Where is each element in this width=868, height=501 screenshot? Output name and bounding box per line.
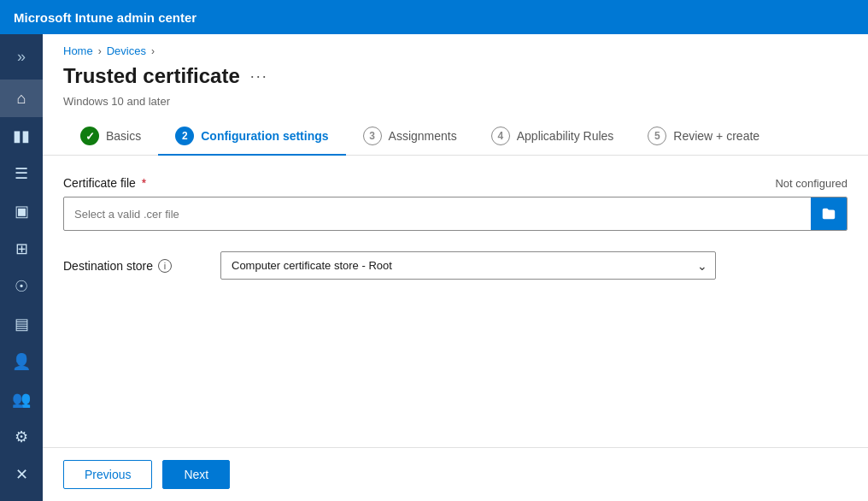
breadcrumb-devices[interactable]: Devices: [107, 44, 146, 57]
previous-button[interactable]: Previous: [63, 460, 152, 489]
destination-store-label: Destination store: [63, 259, 153, 273]
sidebar: » ⌂ ▮▮ ☰ ▣ ⊞ ☉ ▤ 👤 👥 ⚙ ✕: [0, 34, 43, 501]
file-input-row: [63, 197, 847, 231]
next-button[interactable]: Next: [162, 460, 230, 489]
tabs-bar: ✓ Basics 2 Configuration settings 3 Assi…: [43, 118, 868, 156]
content-area: Home › Devices › Trusted certificate ···…: [43, 34, 868, 501]
list-icon: ☰: [15, 164, 28, 183]
page-menu-button[interactable]: ···: [250, 68, 268, 85]
sidebar-collapse-button[interactable]: »: [10, 41, 32, 73]
tab-applicability-label: Applicability Rules: [517, 129, 614, 143]
tab-configuration[interactable]: 2 Configuration settings: [158, 118, 345, 156]
destination-store-row: Destination store i Computer certificate…: [63, 251, 847, 280]
sidebar-item-security[interactable]: ☉: [0, 268, 43, 305]
sidebar-item-home[interactable]: ⌂: [0, 80, 43, 117]
groups-icon: 👥: [12, 390, 31, 409]
user-icon: 👤: [12, 352, 31, 371]
destination-store-select-wrapper: Computer certificate store - Root Comput…: [220, 251, 716, 280]
page-subtitle: Windows 10 and later: [43, 95, 868, 118]
checkmark-icon: ✓: [85, 130, 95, 143]
sidebar-item-reports[interactable]: ▤: [0, 305, 43, 343]
not-configured-text: Not configured: [775, 177, 847, 190]
breadcrumb-sep-2: ›: [151, 45, 155, 57]
tab-assignments[interactable]: 3 Assignments: [346, 118, 474, 156]
sidebar-item-list[interactable]: ☰: [0, 155, 43, 192]
reports-icon: ▤: [15, 315, 29, 333]
tab-review-label: Review + create: [673, 129, 760, 143]
destination-store-select[interactable]: Computer certificate store - Root Comput…: [220, 251, 716, 280]
tab-configuration-label: Configuration settings: [201, 129, 328, 143]
shield-icon: ☉: [15, 277, 28, 296]
required-star: *: [142, 176, 146, 190]
home-icon: ⌂: [17, 90, 26, 108]
tab-basics[interactable]: ✓ Basics: [63, 118, 158, 156]
sidebar-item-groups[interactable]: 👥: [0, 380, 43, 418]
sidebar-item-settings[interactable]: ⚙: [0, 418, 43, 456]
sidebar-item-apps[interactable]: ⊞: [0, 230, 43, 268]
gear-icon: ⚙: [15, 427, 28, 446]
app-title: Microsoft Intune admin center: [14, 10, 196, 25]
top-bar: Microsoft Intune admin center: [0, 0, 868, 34]
tab-assignments-label: Assignments: [389, 129, 457, 143]
footer: Previous Next: [43, 447, 868, 501]
tab-circle-configuration: 2: [175, 127, 194, 145]
page-title: Trusted certificate: [63, 64, 240, 88]
tab-review[interactable]: 5 Review + create: [630, 118, 777, 156]
tab-circle-applicability: 4: [491, 127, 510, 145]
breadcrumb: Home › Devices ›: [43, 34, 868, 61]
certificate-file-label: Certificate file: [63, 176, 136, 190]
tab-circle-assignments: 3: [363, 127, 382, 145]
tab-basics-label: Basics: [106, 129, 141, 143]
breadcrumb-home[interactable]: Home: [63, 44, 93, 57]
devices-icon: ▣: [15, 202, 29, 221]
certificate-label-row: Certificate file * Not configured: [63, 176, 847, 190]
sidebar-item-devices[interactable]: ▣: [0, 192, 43, 230]
sidebar-item-dashboard[interactable]: ▮▮: [0, 117, 43, 155]
tab-circle-basics: ✓: [80, 127, 99, 145]
sidebar-item-tools[interactable]: ✕: [0, 456, 43, 493]
certificate-label-group: Certificate file *: [63, 176, 146, 190]
folder-icon: [821, 206, 836, 221]
page-header: Trusted certificate ···: [43, 61, 868, 95]
destination-store-label-group: Destination store i: [63, 259, 200, 273]
main-layout: » ⌂ ▮▮ ☰ ▣ ⊞ ☉ ▤ 👤 👥 ⚙ ✕: [0, 34, 868, 501]
breadcrumb-sep-1: ›: [98, 45, 102, 57]
dashboard-icon: ▮▮: [13, 127, 30, 145]
tab-applicability[interactable]: 4 Applicability Rules: [474, 118, 631, 156]
destination-store-info-icon[interactable]: i: [158, 259, 172, 273]
certificate-file-input[interactable]: [64, 201, 811, 227]
tools-icon: ✕: [15, 465, 28, 484]
form-area: Certificate file * Not configured: [43, 156, 868, 447]
sidebar-item-users[interactable]: 👤: [0, 343, 43, 380]
tab-circle-review: 5: [648, 127, 666, 145]
file-browse-button[interactable]: [811, 197, 847, 230]
apps-icon: ⊞: [15, 239, 28, 258]
certificate-file-row: Certificate file * Not configured: [63, 176, 847, 231]
